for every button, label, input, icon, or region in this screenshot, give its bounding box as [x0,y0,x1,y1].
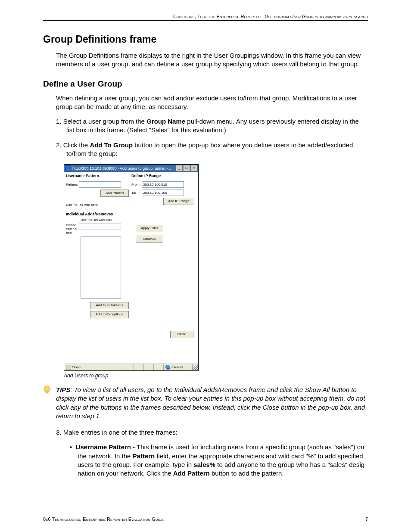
tips-label: TIPS [56,386,70,393]
step-3: 3. Make entries in one of the three fram… [56,428,368,437]
running-header: Configure, Test the Enterprise Reporter … [43,14,368,21]
to-input[interactable]: 200.10.100.100 [142,190,184,196]
svg-rect-1 [46,392,48,393]
section-heading-define-user-group: Define a User Group [43,79,368,89]
section-heading-group-definitions: Group Definitions frame [43,34,368,45]
to-label: To: [131,191,142,195]
done-icon [66,365,71,370]
define-intro-paragraph: When defining a user group, you can add … [56,94,368,112]
filter-label: Please enter a filter [66,224,79,235]
add-to-individuals-button[interactable]: Add to Individuals [90,302,129,309]
username-pattern-title: Username Pattern [66,173,129,178]
dialog-title: http://200.10.101.89:8080 - Add users to… [72,166,176,171]
define-ip-range-title: Define IP Range [131,173,194,178]
header-right: Use custom User Groups to narrow your se… [265,14,368,19]
close-window-button[interactable]: × [190,165,197,171]
maximize-button[interactable]: □ [183,165,190,171]
step-2: 2. Click the Add To Group button to open… [56,141,368,159]
status-done: Done [72,365,81,369]
close-dialog-button[interactable]: Close [170,331,193,338]
add-pattern-button[interactable]: Add Pattern [100,190,129,197]
wildcard-hint-2: Use "%" as wild card [81,218,129,222]
footer-left: 8e6 Technologies, Enterprise Reporter Ev… [43,516,164,522]
tips-block: TIPS: To view a list of all users, go to… [43,386,368,420]
from-input[interactable]: 200.10.100.010 [142,181,184,188]
individual-adds-removes-title: Individual Adds/Removes [66,212,129,216]
show-all-button[interactable]: Show All [136,236,163,243]
bullet-username-pattern: • Username Pattern - This frame is used … [70,443,368,478]
pattern-label: Pattern: [66,183,79,187]
dialog-figure: http://200.10.101.89:8080 - Add users to… [64,164,199,371]
page-number: 7 [365,516,368,522]
wildcard-hint-1: Use "%" as wild card [66,203,129,207]
add-to-group-label: Add To Group [90,141,133,149]
from-label: From: [131,183,142,187]
users-listbox[interactable] [81,236,121,299]
ie-icon [65,165,71,171]
apply-filter-button[interactable]: Apply Filter [136,225,163,232]
step-1: 1. Select a user group from the Group Na… [56,117,368,135]
status-bar: Done Internet [64,364,198,370]
page-footer: 8e6 Technologies, Enterprise Reporter Ev… [43,516,368,522]
filter-input[interactable] [79,224,121,230]
tips-text: : To view a list of all users, go to the… [56,386,365,420]
dialog-titlebar: http://200.10.101.89:8080 - Add users to… [64,165,198,172]
lightbulb-icon [43,386,51,395]
figure-caption: Add Users to group [64,373,368,379]
header-left: Configure, Test the Enterprise Reporter [173,14,261,19]
intro-paragraph: The Group Definitions frame displays to … [56,51,368,69]
group-name-label: Group Name [146,118,185,125]
internet-zone-icon [165,365,170,370]
resize-grip[interactable] [193,365,198,370]
minimize-button[interactable]: _ [176,165,183,171]
add-to-exceptions-button[interactable]: Add to Exceptions [90,311,129,318]
dialog-window: http://200.10.101.89:8080 - Add users to… [64,164,199,371]
pattern-input[interactable] [79,181,121,188]
add-ip-range-button[interactable]: Add IP Range [163,198,194,205]
status-zone: Internet [171,365,183,369]
